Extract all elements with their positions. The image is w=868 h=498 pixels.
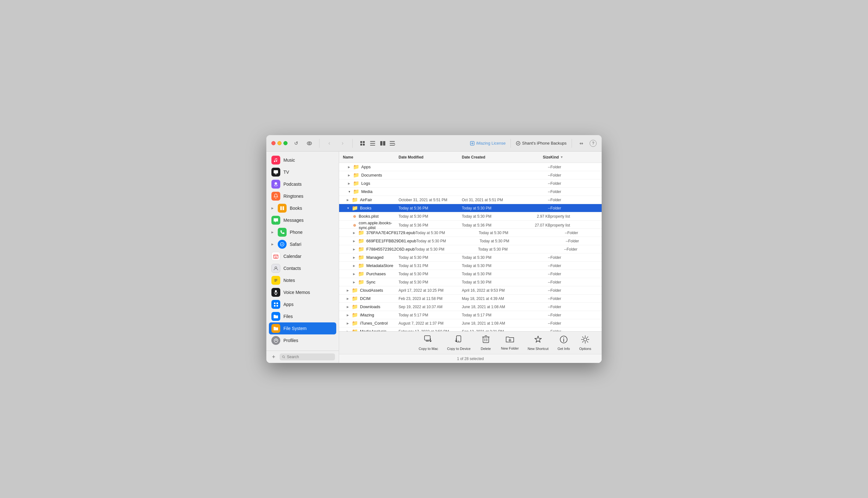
expand-arrow: ▼ xyxy=(347,207,350,210)
table-row[interactable]: ▶ 📁 MediaAnalysis February 17, 2023 at 2… xyxy=(339,327,602,331)
copy-to-mac-button[interactable]: Copy to Mac xyxy=(415,333,442,352)
sidebar-item-tv[interactable]: TV xyxy=(266,166,339,178)
svg-rect-26 xyxy=(274,305,276,306)
new-folder-button[interactable]: New Folder xyxy=(497,334,523,352)
get-info-button[interactable]: Get Info xyxy=(553,333,574,352)
help-button[interactable]: ? xyxy=(590,140,597,147)
table-row[interactable]: ▶ 📁 MetadataStore Today at 5:31 PM Today… xyxy=(339,262,602,270)
sidebar-search-input[interactable] xyxy=(287,355,332,359)
expand-arrow: ▶ xyxy=(347,305,350,309)
sidebar-item-files[interactable]: Files xyxy=(266,310,339,323)
search-icon xyxy=(282,355,285,359)
expand-arrow: ▶ xyxy=(353,239,356,243)
table-row[interactable]: ▶ 📁 Sync Today at 5:30 PM Today at 5:30 … xyxy=(339,278,602,286)
sidebar-item-ringtones[interactable]: Ringtones xyxy=(266,190,339,202)
expand-button[interactable]: ⇔ xyxy=(577,139,586,148)
copy-to-device-label: Copy to Device xyxy=(447,347,471,351)
sidebar-item-podcasts[interactable]: Podcasts xyxy=(266,178,339,190)
col-date-modified[interactable]: Date Modified xyxy=(399,155,462,159)
device-name[interactable]: Shant's iPhone Backups xyxy=(516,141,566,146)
table-row[interactable]: ▶ 📁 DCIM Feb 23, 2023 at 11:58 PM May 18… xyxy=(339,294,602,303)
refresh-button[interactable]: ↺ xyxy=(291,139,301,148)
license-button[interactable]: iMazing License xyxy=(470,141,506,146)
sidebar-item-notes[interactable]: Notes xyxy=(266,274,339,286)
app-window: ↺ ‹ › iMazing License xyxy=(266,135,602,363)
col-name[interactable]: Name xyxy=(343,155,399,159)
delete-button[interactable]: Delete xyxy=(476,333,496,352)
delete-icon xyxy=(482,336,490,345)
table-row[interactable]: ▶ 📁 Logs -- Folder xyxy=(339,179,602,188)
status-text: 1 of 28 selected xyxy=(457,357,484,361)
svg-rect-35 xyxy=(483,337,489,343)
col-date-created[interactable]: Date Created xyxy=(462,155,525,159)
options-button[interactable]: Options xyxy=(575,333,595,352)
table-row[interactable]: ▶ 📁 Documents -- Folder xyxy=(339,171,602,179)
expand-arrow: ▶ xyxy=(347,314,350,317)
sidebar-item-file-system[interactable]: File System xyxy=(269,323,336,335)
sidebar-item-apps[interactable]: Apps xyxy=(266,298,339,310)
phone-icon xyxy=(278,228,286,237)
table-row[interactable]: ▶ 📁 376FAA7E4CF81729.epub Today at 5:30 … xyxy=(339,229,602,237)
svg-point-37 xyxy=(563,337,564,338)
folder-icon: 📁 xyxy=(358,279,364,285)
apps-icon xyxy=(271,300,280,309)
back-button[interactable]: ‹ xyxy=(324,139,334,148)
table-row[interactable]: ▼ 📁 Media -- Folder xyxy=(339,188,602,196)
sidebar-item-label-contacts: Contacts xyxy=(283,266,334,271)
sidebar-item-profiles[interactable]: Profiles xyxy=(266,335,339,346)
fullscreen-button[interactable] xyxy=(283,141,288,145)
table-row[interactable]: ▶ 📁 iTunes_Control August 7, 2022 at 1:3… xyxy=(339,319,602,327)
svg-rect-8 xyxy=(370,145,375,146)
list-view-button[interactable] xyxy=(368,139,377,148)
sidebar-item-music[interactable]: Music xyxy=(266,154,339,166)
sidebar-item-safari[interactable]: ▶ Safari xyxy=(266,238,339,250)
panel-view-button[interactable] xyxy=(378,139,387,148)
close-button[interactable] xyxy=(271,141,276,145)
table-row[interactable]: ▶ 📁 669FEE1FFBB29D81.epub Today at 5:30 … xyxy=(339,237,602,245)
add-sidebar-item-button[interactable]: + xyxy=(270,353,277,361)
books-icon xyxy=(278,204,286,213)
table-row[interactable]: ▶ 📁 Apps -- Folder xyxy=(339,163,602,171)
col-size[interactable]: Size xyxy=(525,155,550,159)
folder-icon: 📁 xyxy=(358,246,364,252)
svg-rect-7 xyxy=(370,143,375,144)
table-row[interactable]: ▶ 📁 iMazing Today at 5:17 PM Today at 5:… xyxy=(339,311,602,319)
eye-button[interactable] xyxy=(305,139,314,148)
file-header: Name Date Modified Date Created Size Kin… xyxy=(339,152,602,163)
minimize-button[interactable] xyxy=(277,141,282,145)
table-row[interactable]: ▶ 📁 CloudAssets April 17, 2022 at 10:25 … xyxy=(339,286,602,294)
copy-to-device-button[interactable]: Copy to Device xyxy=(443,333,475,352)
expand-arrow: ▶ xyxy=(353,272,356,276)
expand-arrow: ▶ xyxy=(347,198,350,201)
table-row[interactable]: ⊕ Books.plist Today at 5:30 PM Today at … xyxy=(339,212,602,221)
col-kind[interactable]: Kind ▼ xyxy=(550,155,598,159)
new-folder-label: New Folder xyxy=(501,346,519,350)
folder-icon: 📁 xyxy=(358,271,364,277)
sidebar-item-books[interactable]: ▶ Books xyxy=(266,202,339,214)
svg-rect-32 xyxy=(426,341,429,341)
folder-icon: 📁 xyxy=(353,172,359,178)
expand-arrow-books: ▶ xyxy=(271,207,275,210)
sidebar-item-label-music: Music xyxy=(283,158,334,162)
copy-to-mac-icon xyxy=(424,336,433,345)
table-row[interactable]: ▶ 📁 F788455723912C6D.epub Today at 5:30 … xyxy=(339,245,602,253)
table-row[interactable]: ▶ 📁 Managed Today at 5:30 PM Today at 5:… xyxy=(339,253,602,262)
table-row[interactable]: ⊕ com.apple.ibooks-sync.plist Today at 5… xyxy=(339,221,602,229)
table-row[interactable]: ▶ 📁 AirFair October 31, 2021 at 5:51 PM … xyxy=(339,196,602,204)
sidebar-item-calendar[interactable]: 21 Calendar xyxy=(266,250,339,262)
table-row[interactable]: ▶ 📁 Downloads Sep 19, 2022 at 10:37 AM J… xyxy=(339,303,602,311)
grid-view-button[interactable] xyxy=(358,139,367,148)
menu-view-button[interactable] xyxy=(388,139,398,148)
table-row[interactable]: ▼ 📁 Books Today at 5:36 PM Today at 5:30… xyxy=(339,204,602,212)
new-shortcut-button[interactable]: New Shortcut xyxy=(524,333,552,352)
sidebar-item-label-notes: Notes xyxy=(283,278,334,283)
forward-button[interactable]: › xyxy=(338,139,347,148)
sidebar-item-contacts[interactable]: Contacts xyxy=(266,262,339,274)
sidebar-item-phone[interactable]: ▶ Phone xyxy=(266,226,339,238)
sidebar-search-box[interactable] xyxy=(280,353,335,361)
get-info-icon xyxy=(560,336,568,345)
expand-arrow: ▶ xyxy=(348,174,351,177)
table-row[interactable]: ▶ 📁 Purchases Today at 5:30 PM Today at … xyxy=(339,270,602,278)
sidebar-item-messages[interactable]: Messages xyxy=(266,214,339,226)
sidebar-item-voice-memos[interactable]: Voice Memos xyxy=(266,286,339,298)
